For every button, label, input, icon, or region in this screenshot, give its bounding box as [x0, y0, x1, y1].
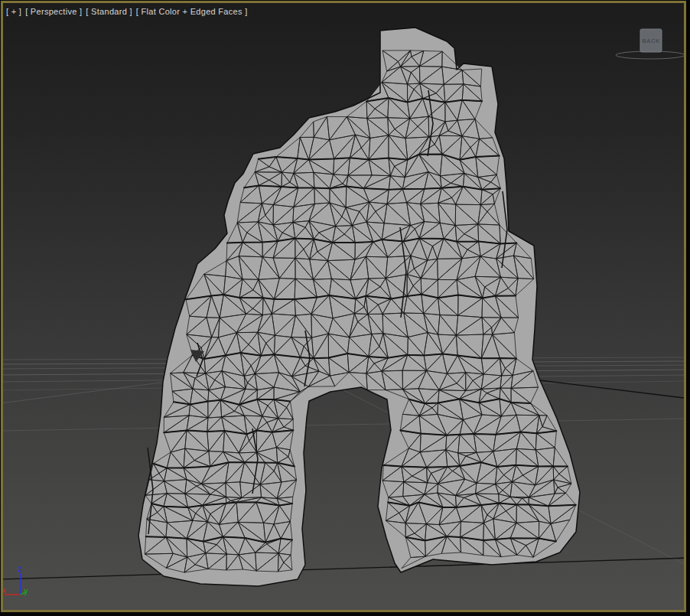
- viewcube[interactable]: BACK: [616, 29, 685, 60]
- viewport-frame: BACK xzy [ + ] [ Perspective ] [ Standar…: [0, 0, 690, 616]
- viewport-menu-pov[interactable]: [ Perspective ]: [25, 7, 82, 16]
- axis-x-label: x: [2, 586, 6, 595]
- world-axis-tripod: xzy: [2, 565, 28, 595]
- home-grid: [1, 357, 686, 579]
- rock-mesh-object[interactable]: [138, 28, 580, 586]
- viewport-menu-shading[interactable]: [ Flat Color + Edged Faces ]: [136, 7, 248, 16]
- axis-y-label: y: [24, 587, 28, 595]
- viewport-label: [ + ] [ Perspective ] [ Standard ] [ Fla…: [6, 7, 248, 16]
- viewport-menu-general[interactable]: [ + ]: [6, 7, 21, 16]
- viewport-menu-standard[interactable]: [ Standard ]: [86, 7, 132, 16]
- perspective-viewport[interactable]: BACK xzy [ + ] [ Perspective ] [ Standar…: [1, 1, 686, 612]
- axis-z-label: z: [18, 565, 21, 573]
- scene-3d: BACK xzy: [1, 1, 686, 612]
- viewcube-face-label: BACK: [642, 37, 660, 44]
